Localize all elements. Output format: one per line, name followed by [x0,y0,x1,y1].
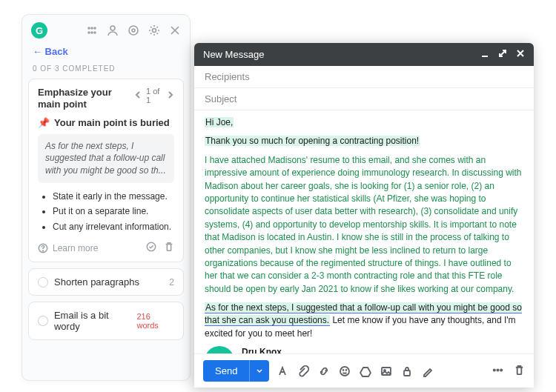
attach-icon[interactable] [297,365,309,377]
image-icon[interactable] [380,365,392,377]
chevron-right-icon[interactable] [167,91,174,100]
minimize-icon[interactable] [480,49,489,60]
person-icon[interactable] [107,24,119,36]
expand-icon[interactable] [498,49,507,60]
avatar-icon: G [205,346,234,353]
card-subtitle: Your main point is buried [54,117,170,128]
svg-point-7 [129,26,138,35]
svg-point-3 [88,32,90,33]
check-circle-icon[interactable] [146,242,156,254]
suggestion-label: Shorten paragraphs [54,276,139,288]
svg-rect-16 [382,368,391,375]
lock-icon[interactable] [401,365,413,377]
svg-point-8 [132,29,135,32]
close-icon[interactable] [169,24,181,36]
recipients-field[interactable]: Recipients [194,66,534,88]
sidebar-top-icons [86,24,181,36]
format-toolbar [277,365,434,377]
suggestion-label: Email is a bit wordy [54,310,136,332]
compose-footer: Send [194,353,534,388]
card-subtitle-row: 📌 Your main point is buried [38,117,174,128]
grammarly-logo-icon[interactable]: G [31,22,47,39]
signature-block: G Dru Knox Product Manager | Grammarly S… [205,346,523,353]
greeting-text: Hi Joe, [205,117,234,127]
radio-icon [38,277,48,288]
drag-handle-icon[interactable] [86,24,98,36]
learn-more-text: Learn more [53,243,98,253]
svg-point-19 [494,369,495,371]
compose-body[interactable]: Hi Joe, Thank you so much for opening a … [194,110,534,353]
suggestion-badge: 2 [169,277,174,288]
svg-point-21 [500,369,502,371]
line1-text: Thank you so much for opening a contract… [205,136,420,146]
subject-field[interactable]: Subject [194,88,534,110]
help-circle-icon [38,243,48,253]
svg-point-6 [110,26,115,30]
pager-text: 1 of 1 [146,87,162,104]
close-icon[interactable] [516,49,525,60]
svg-point-0 [88,27,90,29]
svg-rect-18 [404,371,410,376]
target-icon[interactable] [128,24,139,36]
svg-point-20 [497,369,498,371]
link-icon[interactable] [318,365,330,377]
svg-point-15 [346,370,347,371]
emoji-icon[interactable] [339,365,351,377]
svg-point-5 [94,32,96,33]
back-link[interactable]: ← Back [33,46,68,57]
back-row: ← Back [22,43,190,64]
format-icon[interactable] [277,365,288,377]
card-quote: As for the next steps, I suggested that … [38,134,174,183]
compose-window: New Message Recipients Subject Hi Joe, T… [194,43,534,388]
suggestion-badge: 216 words [136,312,174,330]
gear-icon[interactable] [148,24,160,36]
suggestion-wordy[interactable]: Email is a bit wordy 216 words [28,302,184,340]
trash-icon[interactable] [164,242,174,254]
bullet-item: State it early in the message. [53,189,174,204]
compose-header[interactable]: New Message [194,43,534,66]
suggestion-card-main: Emphasize your main point 1 of 1 📌 Your … [28,79,184,262]
learn-more-link[interactable]: Learn more [38,243,98,253]
svg-point-1 [91,27,93,29]
body-text: I have attached Madisons' resume to this… [205,154,523,296]
drive-icon[interactable] [360,365,371,377]
chevron-left-icon[interactable] [134,91,142,100]
compose-title: New Message [203,49,264,60]
radio-icon [38,316,48,326]
pen-icon[interactable] [422,365,434,377]
suggestion-shorten-paragraphs[interactable]: Shorten paragraphs 2 [28,268,184,296]
svg-point-13 [340,367,349,376]
trash-icon[interactable] [514,365,525,378]
bullet-item: Put it on a separate line. [53,204,174,219]
more-icon[interactable] [492,365,503,378]
sig-name: Dru Knox [242,346,469,353]
svg-point-9 [153,29,156,33]
progress-text: 0 OF 3 COMPLETED [22,64,190,79]
svg-point-4 [91,32,93,33]
svg-point-2 [94,27,96,29]
grammarly-sidebar: G ← Back 0 OF 3 COMPLETED Emphasize your… [21,14,191,381]
svg-point-14 [343,370,344,371]
card-pager: 1 of 1 [134,87,174,104]
card-bullets: State it early in the message. Put it on… [38,189,174,234]
send-dropdown[interactable] [249,360,269,382]
card-footer: Learn more [38,242,174,254]
sidebar-topbar: G [22,15,190,43]
send-button[interactable]: Send [203,360,249,382]
bullet-item: Cut any irrelevant information. [53,219,174,234]
svg-point-11 [43,250,44,251]
pushpin-icon: 📌 [38,117,50,128]
card-title: Emphasize your main point [38,87,134,111]
